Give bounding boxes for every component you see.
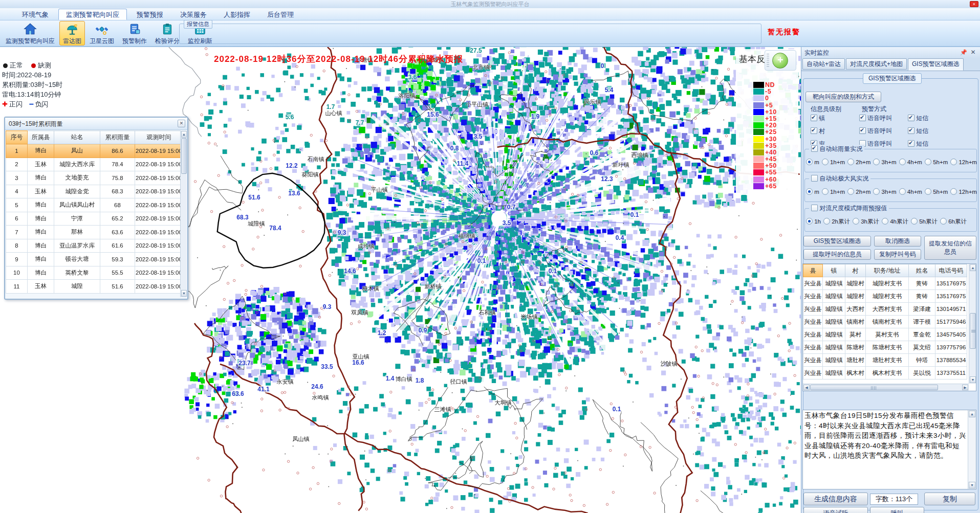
radio-option-2h累计[interactable]: 2h累计 [823,218,850,225]
scroll-down-icon[interactable]: ▼ [969,482,975,488]
rainfall-window-close-button[interactable]: ✕ [178,120,185,127]
radio-icon[interactable] [925,188,931,195]
voice-call-checkbox[interactable] [859,115,866,121]
radio-icon[interactable] [899,159,906,165]
radio-icon[interactable] [873,159,880,165]
forecast-group-checkbox[interactable] [811,205,818,211]
radio-icon[interactable] [940,218,947,225]
radio-option-4h累计[interactable]: 4h累计 [882,218,908,225]
scroll-thumb[interactable] [970,313,976,349]
scroll-thumb[interactable] [810,385,938,390]
cancel-select-button[interactable]: 取消圈选 [874,236,921,247]
call-button[interactable]: 呼叫 [870,507,924,513]
contact-row[interactable]: 兴业县城隍镇城隍村城隍村支书黄铸135176975 [803,277,967,290]
sms-checkbox[interactable] [908,140,914,147]
panel-tab-1[interactable]: 对流尺度模式+地图 [846,58,907,70]
contacts-vscrollbar[interactable]: ▲ ▼ [969,264,976,384]
gis-select-button[interactable]: GIS预警区域圈选 [803,236,871,247]
radio-option-12h+m[interactable]: 12h+m [950,159,977,165]
radio-option-1h[interactable]: 1h [806,218,821,225]
scroll-up-icon[interactable]: ▲ [181,131,187,138]
radio-icon[interactable] [806,159,813,165]
radio-icon[interactable] [925,159,931,165]
radio-icon[interactable] [853,218,859,225]
column-header[interactable]: 累积雨量 [100,131,135,144]
column-header[interactable]: 县 [803,264,823,277]
contact-row[interactable]: 兴业县城隍镇城隍村城隍村支书黄铸135176975 [803,290,967,303]
radio-icon[interactable] [822,159,829,165]
scroll-up-icon[interactable]: ▲ [969,411,975,417]
table-row[interactable]: 4玉林城隍金党68.32022-08-19 15:00 [6,185,183,198]
rainfall-table[interactable]: 序号所属县站名累积雨量观测时间1博白凤山86.62022-08-19 15:00… [6,130,183,294]
radio-option-1h+m[interactable]: 1h+m [822,189,845,195]
radio-option-12h+m[interactable]: 12h+m [950,189,977,195]
scroll-right-icon[interactable]: ▶ [962,385,968,390]
contacts-table[interactable]: 县镇村职务/地址姓名电话号码兴业县城隍镇城隍村城隍村支书黄铸135176975兴… [803,264,967,380]
voice-call-checkbox[interactable] [859,127,866,134]
call-level-button[interactable]: 靶向叫应的级别和方式 [805,92,881,102]
column-header[interactable]: 序号 [6,131,28,144]
radio-icon[interactable] [899,188,906,195]
radio-option-3h累计[interactable]: 3h累计 [853,218,879,225]
radio-icon[interactable] [873,188,880,195]
rainfall-window-titlebar[interactable]: 03时~15时累积雨量 ✕ [5,118,187,130]
copy-number-button[interactable]: 复制呼叫号码 [874,249,921,260]
radio-icon[interactable] [823,218,830,225]
table-row[interactable]: 7博白那林63.62022-08-19 15:00 [6,226,183,239]
column-header[interactable]: 村 [845,264,866,277]
contact-row[interactable]: 兴业县城隍镇镇南村镇南村支书谭于模151775946 [803,316,967,328]
radio-option-5h+m[interactable]: 5h+m [925,189,948,195]
column-header[interactable]: 电话号码 [935,264,967,277]
pin-icon[interactable]: 📌 [960,49,967,56]
radio-option-5h+m[interactable]: 5h+m [925,159,948,165]
sms-checkbox[interactable] [908,115,914,121]
table-row[interactable]: 8博白亚山温罗水库61.62022-08-19 15:00 [6,239,183,253]
scroll-left-icon[interactable]: ◀ [803,385,810,390]
contact-row[interactable]: 兴业县城隍镇枫木村枫木村支书吴以悦137375511 [803,367,967,380]
radio-option-4h+m[interactable]: 4h+m [899,189,922,195]
menu-tab-5[interactable]: 后台管理 [260,9,301,20]
message-scrollbar[interactable]: ▲ ▼ [968,410,976,489]
menu-tab-4[interactable]: 人影指挥 [216,9,257,20]
rain-group-checkbox[interactable] [811,145,818,152]
radio-option-6h累计[interactable]: 6h累计 [940,218,967,225]
extract-call-button[interactable]: 提取呼叫的信息员 [803,249,871,260]
contact-row[interactable]: 兴业县城隍镇陈塘村陈塘村支书莫文绍139775796 [803,341,967,354]
radio-option-3h+m[interactable]: 3h+m [873,189,896,195]
radio-option-2h+m[interactable]: 2h+m [847,159,870,165]
tool-button-0[interactable]: 监测预警靶向叫应 [2,21,58,46]
table-row[interactable]: 11玉林城隍51.62022-08-19 15:00 [6,280,183,294]
extract-sms-button[interactable]: 提取发短信的信息员 [924,236,976,260]
menu-tab-2[interactable]: 预警预报 [129,9,170,20]
table-row[interactable]: 1博白凤山86.62022-08-19 15:00 [6,144,183,158]
radio-option-2h+m[interactable]: 2h+m [847,189,870,195]
table-row[interactable]: 9博白顿谷大塘59.32022-08-19 15:00 [6,253,183,266]
radio-option-1h+m[interactable]: 1h+m [822,159,845,165]
level-checkbox[interactable] [811,127,817,134]
menu-tab-1[interactable]: 监测预警靶向叫应 [58,9,127,20]
scroll-down-icon[interactable]: ▼ [181,290,187,297]
radio-icon[interactable] [806,218,813,225]
contact-row[interactable]: 兴业县城隍镇莫村莫村支书覃金乾134575405 [803,328,967,341]
radio-icon[interactable] [847,188,854,195]
map-area[interactable]: 沙塘镇蒲塘镇北市镇洛阳镇小平山镇民乐镇山心镇石南镇葵阳镇平山镇城隍镇福绵镇成均镇… [0,47,801,513]
radio-option-3h+m[interactable]: 3h+m [873,159,896,165]
table-row[interactable]: 3博白文地姜充75.82022-08-19 15:00 [6,171,183,185]
table-row[interactable]: 10博白英桥文黎55.52022-08-19 15:00 [6,266,183,280]
panel-close-icon[interactable]: ✕ [970,49,976,56]
table-row[interactable]: 2玉林城隍大西水库78.42022-08-19 15:00 [6,158,183,171]
voice-preview-button[interactable]: 语音试听 [803,507,868,513]
menu-tab-3[interactable]: 决策服务 [173,9,214,20]
scroll-down-icon[interactable]: ▼ [970,376,976,383]
column-header[interactable]: 镇 [823,264,845,277]
column-header[interactable]: 观测时间 [135,131,183,144]
window-close-button[interactable]: × [970,1,978,7]
radio-icon[interactable] [806,188,813,195]
tool-button-3[interactable]: 预警制作 [119,21,150,46]
radio-option-m[interactable]: m [806,159,819,165]
table-row[interactable]: 5博白凤山镇凤山村682022-08-19 15:00 [6,198,183,212]
column-header[interactable]: 站名 [54,131,100,144]
panel-tab-0[interactable]: 自动站+雷达 [802,58,845,70]
menu-tab-0[interactable]: 环境气象 [15,9,56,20]
scroll-thumb[interactable] [181,138,187,174]
